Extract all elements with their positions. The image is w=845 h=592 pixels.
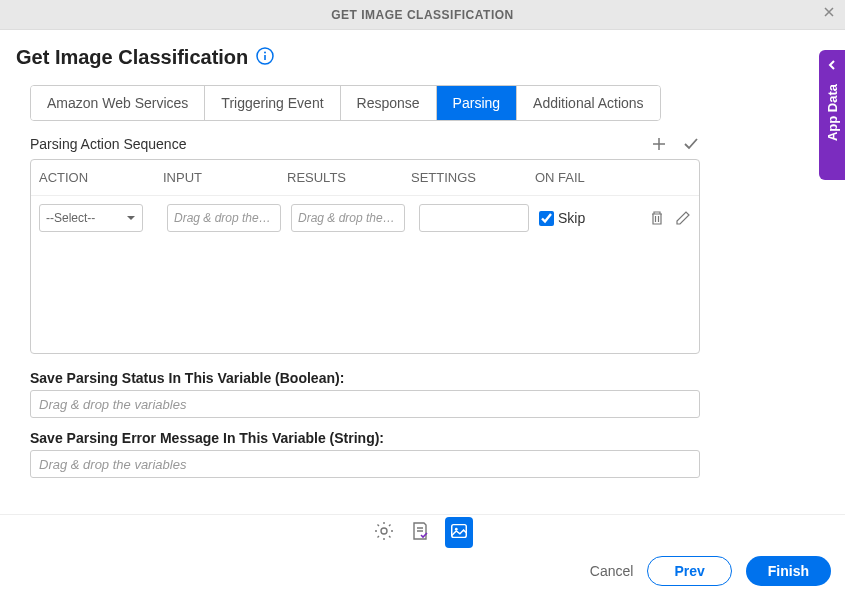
- error-label: Save Parsing Error Message In This Varia…: [30, 430, 700, 446]
- tab-response[interactable]: Response: [341, 86, 437, 120]
- check-icon[interactable]: [682, 135, 700, 153]
- tab-additional-actions[interactable]: Additional Actions: [517, 86, 660, 120]
- page-title-row: Get Image Classification: [16, 46, 829, 69]
- table-row: --Select-- Skip: [31, 196, 699, 240]
- content-area: Get Image Classification Amazon Web Serv…: [0, 30, 845, 478]
- prev-button[interactable]: Prev: [647, 556, 731, 586]
- input-field[interactable]: [167, 204, 281, 232]
- select-placeholder: --Select--: [46, 211, 95, 225]
- modal-header: GET IMAGE CLASSIFICATION: [0, 0, 845, 30]
- settings-box[interactable]: [419, 204, 529, 232]
- tab-amazon-web-services[interactable]: Amazon Web Services: [31, 86, 205, 120]
- section-actions: [650, 135, 700, 153]
- app-data-tab[interactable]: App Data: [819, 50, 845, 180]
- input-cell: [167, 204, 281, 232]
- th-results: RESULTS: [287, 170, 411, 185]
- image-icon[interactable]: [445, 517, 473, 548]
- close-icon: [821, 4, 837, 20]
- document-check-icon[interactable]: [409, 520, 431, 545]
- add-icon[interactable]: [650, 135, 668, 153]
- onfail-cell: Skip: [539, 210, 585, 226]
- skip-label: Skip: [558, 210, 585, 226]
- tab-parsing[interactable]: Parsing: [437, 86, 517, 120]
- results-cell: [291, 204, 405, 232]
- info-icon[interactable]: [256, 47, 274, 68]
- status-label: Save Parsing Status In This Variable (Bo…: [30, 370, 700, 386]
- action-select[interactable]: --Select--: [39, 204, 143, 232]
- trash-icon[interactable]: [649, 210, 665, 226]
- modal-title: GET IMAGE CLASSIFICATION: [331, 8, 513, 22]
- tabs: Amazon Web Services Triggering Event Res…: [30, 85, 661, 121]
- table-header: ACTION INPUT RESULTS SETTINGS ON FAIL: [31, 160, 699, 196]
- chevron-left-icon: [826, 58, 838, 74]
- th-input: INPUT: [163, 170, 287, 185]
- results-field[interactable]: [291, 204, 405, 232]
- edit-icon[interactable]: [675, 210, 691, 226]
- close-button[interactable]: [821, 4, 837, 25]
- chevron-down-icon: [126, 213, 136, 223]
- svg-point-1: [264, 52, 266, 54]
- section-label: Parsing Action Sequence: [30, 136, 186, 152]
- footer: Cancel Prev Finish: [0, 514, 845, 592]
- skip-checkbox[interactable]: [539, 211, 554, 226]
- error-field-group: Save Parsing Error Message In This Varia…: [30, 430, 700, 478]
- th-action: ACTION: [39, 170, 163, 185]
- status-field-group: Save Parsing Status In This Variable (Bo…: [30, 370, 700, 418]
- page-title: Get Image Classification: [16, 46, 248, 69]
- row-actions: [649, 210, 691, 226]
- cancel-button[interactable]: Cancel: [590, 563, 634, 579]
- error-input[interactable]: [30, 450, 700, 478]
- action-cell: --Select--: [39, 204, 143, 232]
- parsing-table: ACTION INPUT RESULTS SETTINGS ON FAIL --…: [30, 159, 700, 354]
- footer-icons: [0, 514, 845, 550]
- svg-rect-2: [264, 55, 266, 60]
- footer-buttons: Cancel Prev Finish: [0, 550, 845, 592]
- tab-triggering-event[interactable]: Triggering Event: [205, 86, 340, 120]
- gear-icon[interactable]: [373, 520, 395, 545]
- finish-button[interactable]: Finish: [746, 556, 831, 586]
- section-header: Parsing Action Sequence: [30, 135, 700, 153]
- status-input[interactable]: [30, 390, 700, 418]
- app-data-label: App Data: [825, 84, 840, 141]
- th-onfail: ON FAIL: [535, 170, 635, 185]
- th-settings: SETTINGS: [411, 170, 535, 185]
- svg-point-3: [381, 528, 387, 534]
